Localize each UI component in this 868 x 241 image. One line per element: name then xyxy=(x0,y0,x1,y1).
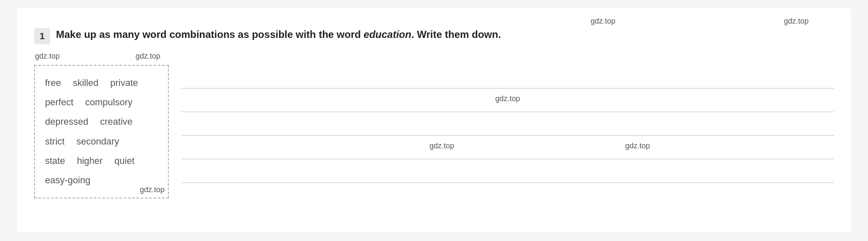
word-row-2: perfect compulsory xyxy=(45,93,158,112)
watermark-top-right-1: gdz.top xyxy=(591,17,615,26)
writing-line-5[interactable] xyxy=(181,159,834,183)
word-row-3: depressed creative xyxy=(45,112,158,131)
watermark-line4-right1: gdz.top xyxy=(429,142,454,150)
word-creative: creative xyxy=(100,112,133,131)
word-strict: strict xyxy=(45,132,64,151)
instruction-text-end: . Write them down. xyxy=(411,29,501,40)
writing-line-4[interactable]: gdz.top gdz.top xyxy=(181,136,834,159)
watermark-box-bottom-right: gdz.top xyxy=(140,185,165,194)
word-quiet: quiet xyxy=(114,151,135,171)
word-secondary: secondary xyxy=(76,132,119,151)
instruction-italic-word: education xyxy=(364,29,411,40)
word-free: free xyxy=(45,73,61,93)
word-box: free skilled private perfect compulsory … xyxy=(34,65,169,198)
watermark-box-top-left: gdz.top xyxy=(35,52,60,61)
word-box-content: free skilled private perfect compulsory … xyxy=(45,73,158,190)
word-row-1: free skilled private xyxy=(45,73,158,93)
word-row-4: strict secondary xyxy=(45,132,158,151)
word-easy-going: easy-going xyxy=(45,171,91,190)
writing-area: gdz.top gdz.top gdz.top xyxy=(181,65,834,183)
word-higher: higher xyxy=(77,151,103,171)
word-private: private xyxy=(110,73,138,93)
writing-line-3[interactable] xyxy=(181,112,834,136)
watermark-top-right-2: gdz.top xyxy=(784,17,809,26)
exercise-body: free skilled private perfect compulsory … xyxy=(34,65,834,198)
writing-line-1[interactable] xyxy=(181,65,834,88)
watermark-box-top-mid: gdz.top xyxy=(136,52,160,61)
exercise-header: 1 Make up as many word combinations as p… xyxy=(34,27,834,44)
word-state: state xyxy=(45,151,65,171)
page: gdz.top gdz.top 1 Make up as many word c… xyxy=(17,8,851,232)
word-depressed: depressed xyxy=(45,112,88,131)
word-skilled: skilled xyxy=(73,73,99,93)
word-compulsory: compulsory xyxy=(85,93,132,112)
writing-line-2[interactable]: gdz.top xyxy=(181,88,834,112)
word-row-5: state higher quiet xyxy=(45,151,158,171)
exercise-instruction: Make up as many word combinations as pos… xyxy=(56,27,834,42)
exercise-number: 1 xyxy=(34,28,50,44)
watermark-line4-right2: gdz.top xyxy=(625,142,650,150)
watermark-line2-mid: gdz.top xyxy=(495,94,520,103)
instruction-text-plain: Make up as many word combinations as pos… xyxy=(56,29,364,40)
word-perfect: perfect xyxy=(45,93,73,112)
